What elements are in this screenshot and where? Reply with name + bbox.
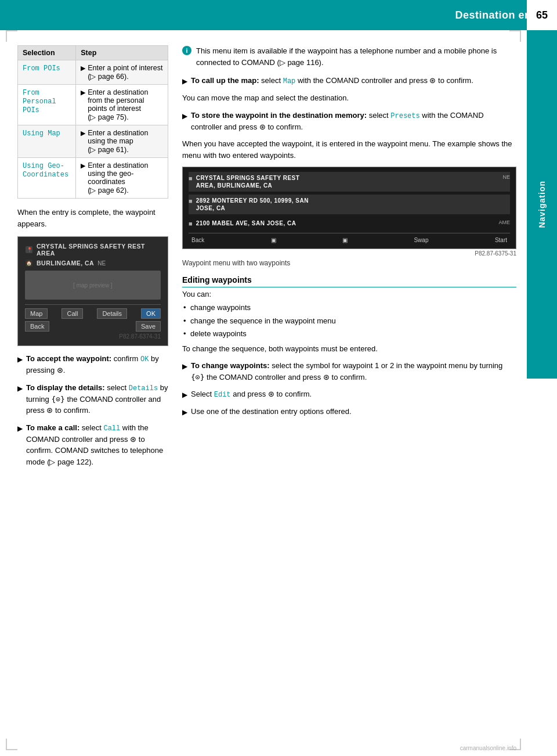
step-cell: ▶ Enter a destination using the map(▷ pa…: [81, 129, 163, 154]
ss2-up-btn[interactable]: ▣: [268, 236, 279, 244]
ss1-call-btn[interactable]: Call: [62, 308, 83, 319]
nav-sidebar-text: Navigation: [537, 181, 547, 228]
selection-table: Selection Step From POIs ▶ Enter a point…: [17, 45, 168, 199]
ss1-button-row1: Map Call Details OK: [25, 304, 161, 319]
ss2-swap-btn[interactable]: Swap: [411, 236, 431, 244]
ss1-location1: CRYSTAL SPRINGS SAFETY REST AREA: [37, 243, 161, 257]
instr-map: ▶ To call up the map: select Map with th…: [182, 75, 516, 87]
ss1-save-btn[interactable]: Save: [136, 321, 161, 332]
screenshot1: 📍 CRYSTAL SPRINGS SAFETY REST AREA 🏠 BUR…: [17, 236, 168, 346]
ss2-dir1: NE: [502, 174, 510, 180]
header-bar: Destination entry: [0, 0, 557, 30]
ss1-location2: BURLINGAME, CA: [37, 260, 94, 267]
after-table-text: When the entry is complete, the waypoint…: [17, 207, 168, 229]
left-column: Selection Step From POIs ▶ Enter a point…: [17, 45, 168, 473]
ss2-icon2: ■: [189, 197, 193, 204]
page-number: 65: [536, 9, 548, 21]
ss2-row1: ■ CRYSTAL SPRINGS SAFETY RESTAREA, BURLI…: [189, 172, 510, 192]
instructions-left: ▶ To accept the waypoint: confirm OK by …: [17, 353, 168, 467]
ss2-loc2: 2892 MONTEREY RD 500, 10999, SANJOSE, CA: [196, 197, 309, 212]
bullet-change-waypoints: change waypoints: [182, 302, 516, 314]
instr-call-text: To make a call: select Call with the COM…: [26, 422, 168, 468]
ss2-down-btn[interactable]: ▣: [339, 236, 350, 244]
selection-label: Using Geo-Coordinates: [23, 162, 68, 179]
ss1-caption: P82.87-6374-31: [25, 333, 161, 340]
arrow-icon: ▶: [81, 129, 85, 137]
instr-use-options: ▶ Use one of the destination entry optio…: [182, 406, 516, 417]
ss2-icon1: ■: [189, 175, 193, 182]
bullet-delete-waypoints: delete waypoints: [182, 328, 516, 340]
step-text: Enter a destination using the geo-coordi…: [88, 161, 163, 195]
corner-decoration-tl: [6, 30, 17, 42]
instr-use-options-text: Use one of the destination entry options…: [191, 406, 516, 417]
editing-heading: Editing waypoints: [182, 275, 516, 287]
step-text: Enter a destination from the personal po…: [88, 88, 163, 121]
editing-intro: You can:: [182, 290, 516, 298]
ss1-direction: NE: [97, 260, 106, 267]
arrow-icon: ▶: [182, 390, 187, 400]
instr-details-text: To display the details: select Details b…: [26, 382, 168, 416]
ss1-map-btn[interactable]: Map: [25, 308, 48, 319]
table-row: From POIs ▶ Enter a point of interest(▷ …: [18, 60, 168, 85]
selection-label: From PersonalPOIs: [23, 89, 56, 114]
instr-store-text: To store the waypoint in the destination…: [191, 110, 516, 133]
selection-label: From POIs: [23, 64, 60, 73]
info-text: This menu item is available if the waypo…: [196, 45, 516, 68]
bullet-change-sequence: change the sequence in the waypoint menu: [182, 315, 516, 327]
page-number-box: 65: [527, 0, 557, 30]
watermark: carmanualsonline.info: [460, 745, 516, 751]
instr-change-waypoints: ▶ To change waypoints: select the symbol…: [182, 360, 516, 383]
editing-bullets: change waypoints change the sequence in …: [182, 302, 516, 340]
step-text: Enter a point of interest(▷ page 66).: [88, 64, 162, 81]
col-selection-header: Selection: [18, 46, 76, 60]
main-content: Selection Step From POIs ▶ Enter a point…: [17, 39, 516, 479]
map-preview: [ map preview ]: [73, 282, 113, 289]
arrow-icon: ▶: [182, 407, 187, 417]
selection-label: Using Map: [23, 129, 60, 138]
screenshot2: ■ CRYSTAL SPRINGS SAFETY RESTAREA, BURLI…: [182, 167, 516, 249]
arrow-icon: ▶: [182, 76, 187, 87]
step-cell: ▶ Enter a destination using the geo-coor…: [81, 161, 163, 195]
map-note: You can move the map and select the dest…: [182, 92, 516, 104]
svg-text:📍: 📍: [27, 247, 32, 253]
info-icon: i: [182, 46, 191, 55]
ss2-back-btn[interactable]: Back: [189, 236, 207, 244]
arrow-icon: ▶: [182, 361, 187, 383]
ss1-back-btn[interactable]: Back: [25, 321, 49, 332]
home-icon: 🏠: [25, 259, 33, 267]
arrow-icon: ▶: [17, 383, 23, 416]
nav-sidebar: Navigation: [527, 30, 557, 379]
waypoint-menu-caption: Waypoint menu with two waypoints: [182, 259, 516, 267]
table-row: From PersonalPOIs ▶ Enter a destination …: [18, 85, 168, 125]
arrow-icon: ▶: [81, 162, 85, 170]
ss2-button-row: Back ▣ ▣ Swap Start: [189, 233, 510, 244]
ss2-row2: ■ 2892 MONTEREY RD 500, 10999, SANJOSE, …: [189, 195, 510, 214]
instr-accept: ▶ To accept the waypoint: confirm OK by …: [17, 353, 168, 376]
corner-decoration-bl: [6, 739, 17, 750]
ss1-row1: 📍 CRYSTAL SPRINGS SAFETY REST AREA: [25, 243, 161, 257]
waypoint-accepted-text: When you have accepted the waypoint, it …: [182, 138, 516, 161]
arrow-icon: ▶: [182, 111, 187, 133]
ss1-details-btn[interactable]: Details: [97, 308, 127, 319]
instr-edit: ▶ Select Edit and press ⊛ to confirm.: [182, 388, 516, 400]
step-cell: ▶ Enter a destination from the personal …: [81, 88, 163, 121]
col-step-header: Step: [76, 46, 168, 60]
ss2-loc1: CRYSTAL SPRINGS SAFETY RESTAREA, BURLING…: [196, 174, 300, 189]
ss2-dir3: AME: [498, 219, 510, 225]
ss2-icon3: ■: [189, 220, 193, 227]
ss1-ok-btn[interactable]: OK: [141, 308, 161, 319]
step-text: Enter a destination using the map(▷ page…: [88, 129, 163, 154]
ss2-caption: P82.87-6375-31: [182, 250, 516, 257]
table-row: Using Geo-Coordinates ▶ Enter a destinat…: [18, 158, 168, 199]
info-box: i This menu item is available if the way…: [182, 45, 516, 68]
ss2-row3: ■ 2100 MABEL AVE, SAN JOSE, CA AME: [189, 217, 510, 229]
ss2-start-btn[interactable]: Start: [492, 236, 510, 244]
instr-details: ▶ To display the details: select Details…: [17, 382, 168, 416]
arrow-icon: ▶: [81, 89, 85, 96]
instr-store: ▶ To store the waypoint in the destinati…: [182, 110, 516, 133]
ss1-row2: 🏠 BURLINGAME, CA NE: [25, 259, 161, 267]
two-column-layout: Selection Step From POIs ▶ Enter a point…: [17, 45, 516, 473]
svg-text:🏠: 🏠: [26, 260, 32, 266]
sequence-text: To change the sequence, both waypoints m…: [182, 343, 516, 355]
right-column: i This menu item is available if the way…: [182, 45, 516, 473]
